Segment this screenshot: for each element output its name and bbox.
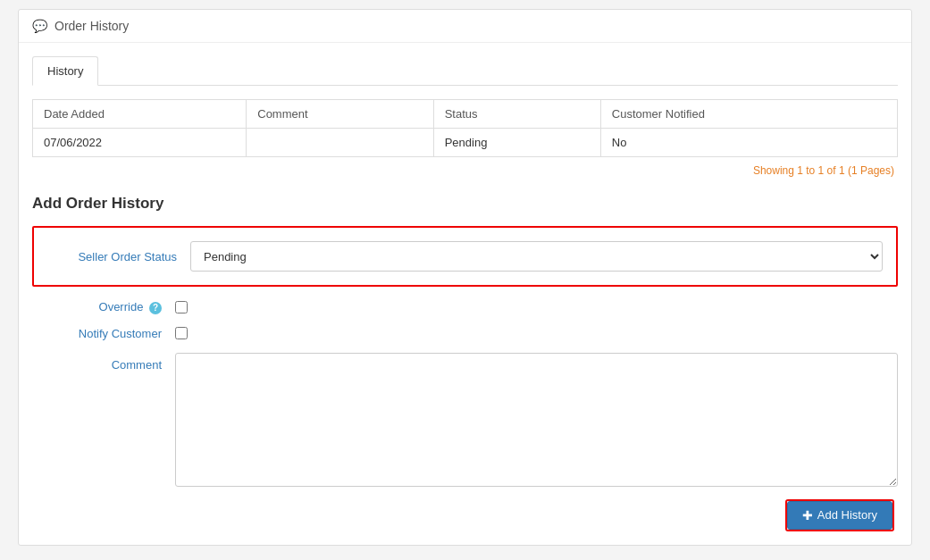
- table-row: 07/06/2022 Pending No: [33, 129, 898, 157]
- chat-icon: 💬: [32, 19, 47, 33]
- notify-customer-label: Notify Customer: [32, 327, 175, 340]
- panel-title: Order History: [54, 19, 129, 33]
- main-panel: 💬 Order History History Date Added Comme…: [18, 9, 912, 546]
- override-checkbox[interactable]: [175, 301, 188, 313]
- panel-header: 💬 Order History: [19, 10, 911, 43]
- tabs-container: History: [32, 56, 898, 86]
- panel-body: History Date Added Comment Status Custom…: [19, 43, 911, 545]
- col-date-added: Date Added: [33, 100, 247, 129]
- add-history-button-highlight: ✚ Add History: [785, 499, 894, 531]
- notify-customer-checkbox[interactable]: [175, 327, 188, 339]
- comment-textarea[interactable]: [175, 353, 898, 487]
- add-order-history-title: Add Order History: [32, 195, 898, 213]
- cell-status: Pending: [433, 129, 600, 157]
- col-comment: Comment: [247, 100, 433, 129]
- col-customer-notified: Customer Notified: [600, 100, 897, 129]
- history-table: Date Added Comment Status Customer Notif…: [32, 99, 898, 157]
- comment-label: Comment: [32, 353, 175, 372]
- add-history-button[interactable]: ✚ Add History: [787, 501, 892, 530]
- page-wrapper: 💬 Order History History Date Added Comme…: [0, 0, 930, 560]
- comment-row: Comment: [32, 353, 898, 487]
- cell-date-added: 07/06/2022: [33, 129, 247, 157]
- override-label: Override ?: [32, 300, 175, 314]
- plus-icon: ✚: [802, 508, 813, 522]
- override-info-icon[interactable]: ?: [149, 302, 162, 314]
- add-history-label: Add History: [817, 508, 877, 522]
- cell-comment: [247, 129, 433, 157]
- notify-customer-row: Notify Customer: [32, 327, 898, 340]
- override-row: Override ?: [32, 300, 898, 314]
- button-wrapper: ✚ Add History: [32, 499, 898, 531]
- cell-customer-notified: No: [600, 129, 897, 157]
- seller-order-status-select[interactable]: Pending Processing Shipped Complete Canc…: [190, 241, 883, 272]
- col-status: Status: [433, 100, 600, 129]
- showing-text: Showing 1 to 1 of 1 (1 Pages): [32, 164, 898, 177]
- seller-order-status-row: Seller Order Status Pending Processing S…: [32, 226, 898, 287]
- table-header-row: Date Added Comment Status Customer Notif…: [33, 100, 898, 129]
- tab-history[interactable]: History: [32, 56, 98, 86]
- seller-order-status-label: Seller Order Status: [47, 250, 190, 263]
